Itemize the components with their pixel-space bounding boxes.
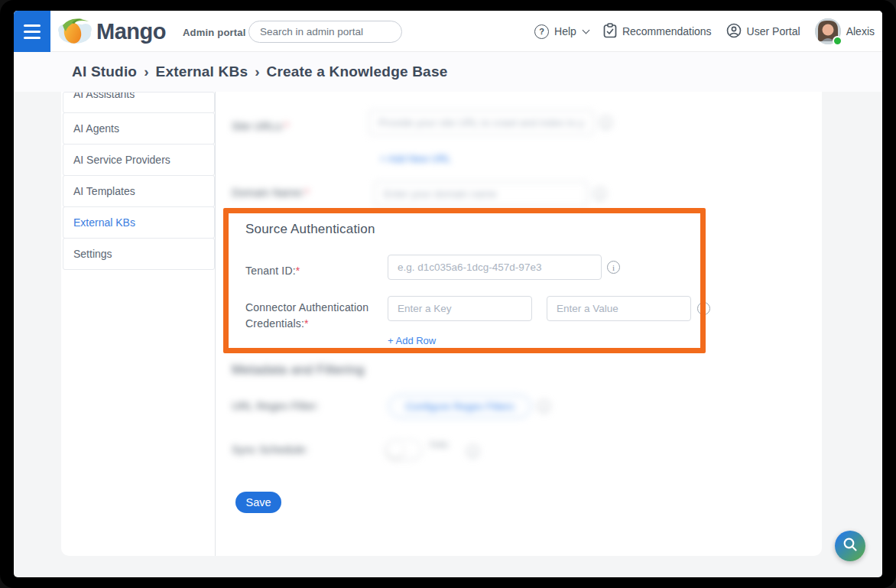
domain-name-input[interactable] — [374, 181, 588, 206]
search-input[interactable] — [248, 21, 402, 43]
help-menu[interactable]: ? Help — [534, 24, 589, 39]
breadcrumb-ai-studio[interactable]: AI Studio — [72, 63, 137, 80]
floating-search-button[interactable] — [835, 531, 865, 561]
add-new-url-link[interactable]: + Add New URL — [380, 153, 451, 164]
info-icon[interactable]: i — [599, 116, 612, 129]
info-icon[interactable]: i — [466, 445, 479, 458]
sidebar-item-settings[interactable]: Settings — [63, 238, 215, 270]
sidebar-item-external-kbs[interactable]: External KBs — [63, 206, 215, 239]
sync-schedule-toggle[interactable] — [385, 440, 422, 460]
breadcrumb: AI Studio › External KBs › Create a Know… — [14, 52, 882, 92]
chevron-down-icon — [582, 26, 589, 34]
mango-logo-icon — [57, 13, 93, 50]
sidebar-item-ai-agents[interactable]: AI Agents — [63, 112, 215, 145]
online-status-dot — [833, 36, 842, 46]
credential-value-input[interactable] — [547, 296, 691, 321]
sidebar-item-ai-templates[interactable]: AI Templates — [63, 175, 215, 207]
top-header: Mango Admin portal ? Help — [14, 11, 882, 52]
help-icon: ? — [534, 24, 549, 39]
tenant-id-input[interactable] — [388, 255, 602, 280]
recommendations-button[interactable]: Recommendations — [603, 23, 712, 41]
user-portal-button[interactable]: User Portal — [726, 23, 800, 41]
content-card: AI Assistants AI Agents AI Service Provi… — [61, 92, 822, 556]
sidebar-item-ai-service-providers[interactable]: AI Service Providers — [63, 144, 215, 176]
admin-portal-label: Admin portal — [183, 27, 246, 38]
credentials-info-icon[interactable]: i — [697, 302, 710, 315]
site-urls-input[interactable] — [368, 110, 594, 135]
tenant-id-info-icon[interactable]: i — [607, 261, 620, 274]
sync-schedule-value: Daily — [430, 440, 463, 450]
info-icon[interactable]: i — [593, 187, 606, 200]
site-urls-label: Site URLs:* — [232, 120, 289, 132]
breadcrumb-external-kbs[interactable]: External KBs — [156, 63, 248, 80]
search-fab-icon — [842, 536, 859, 556]
source-authentication-title: Source Authentication — [245, 222, 375, 237]
clipboard-check-icon — [603, 23, 617, 41]
configure-regex-filters-button[interactable]: Configure Regex Filters — [388, 395, 531, 418]
user-account[interactable]: Alexis — [815, 18, 875, 44]
url-regex-filter-label: URL Regex Filter: — [232, 400, 319, 412]
sidebar-nav: AI Assistants AI Agents AI Service Provi… — [61, 92, 216, 556]
hamburger-icon — [24, 24, 41, 27]
header-actions: ? Help Recommendations — [534, 11, 875, 52]
tenant-id-label: Tenant ID:* — [245, 265, 300, 277]
metadata-filtering-title: Metadata and Filtering — [232, 362, 365, 378]
user-name: Alexis — [846, 25, 875, 37]
hamburger-menu-button[interactable] — [14, 11, 50, 52]
person-circle-icon — [726, 23, 742, 41]
recommendations-label: Recommendations — [622, 25, 712, 37]
app-window: Mango Admin portal ? Help — [14, 11, 882, 577]
breadcrumb-current-page: Create a Knowledge Base — [267, 63, 448, 80]
connector-credentials-label: Connector Authentication Credentials:* — [245, 300, 368, 332]
add-row-link[interactable]: + Add Row — [388, 335, 436, 346]
screenshot-frame: Mango Admin portal ? Help — [0, 0, 896, 588]
breadcrumb-separator: › — [248, 63, 266, 80]
sync-schedule-label: Sync Schedule: — [232, 443, 308, 456]
logo-text: Mango — [96, 19, 166, 44]
info-icon[interactable]: i — [537, 400, 550, 413]
domain-name-label: Domain Name:* — [232, 187, 309, 199]
save-button[interactable]: Save — [235, 492, 281, 513]
breadcrumb-separator: › — [137, 63, 155, 80]
credential-key-input[interactable] — [388, 296, 532, 321]
brand-logo[interactable]: Mango — [57, 11, 166, 52]
sidebar-item-ai-assistants[interactable]: AI Assistants — [63, 92, 215, 113]
help-label: Help — [554, 25, 576, 37]
user-portal-label: User Portal — [747, 25, 800, 37]
